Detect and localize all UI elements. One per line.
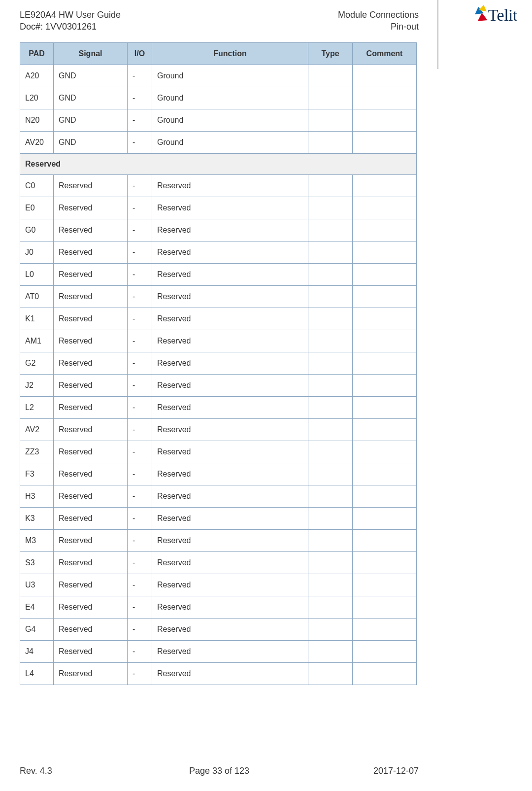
pinout-table-container: PAD Signal I/O Function Type Comment A20…	[20, 42, 416, 685]
cell-type	[308, 264, 353, 286]
cell-pad: C0	[20, 175, 54, 197]
cell-type	[308, 219, 353, 241]
cell-io: -	[128, 109, 152, 132]
table-row: G4Reserved-Reserved	[20, 619, 417, 641]
cell-signal: Reserved	[54, 375, 128, 397]
cell-function: Reserved	[152, 663, 308, 685]
cell-pad: L2	[20, 397, 54, 419]
cell-comment	[353, 197, 417, 219]
table-row: AV2Reserved-Reserved	[20, 419, 417, 441]
cell-signal: Reserved	[54, 219, 128, 241]
cell-pad: M3	[20, 530, 54, 552]
cell-io: -	[128, 530, 152, 552]
logo-text: Telit	[488, 6, 517, 25]
cell-signal: Reserved	[54, 197, 128, 219]
cell-comment	[353, 485, 417, 508]
cell-signal: Reserved	[54, 441, 128, 463]
cell-comment	[353, 132, 417, 154]
cell-type	[308, 375, 353, 397]
cell-signal: Reserved	[54, 596, 128, 619]
cell-io: -	[128, 463, 152, 485]
table-row: J2Reserved-Reserved	[20, 375, 417, 397]
cell-io: -	[128, 397, 152, 419]
cell-pad: F3	[20, 463, 54, 485]
cell-function: Reserved	[152, 441, 308, 463]
cell-type	[308, 308, 353, 330]
table-row: C0Reserved-Reserved	[20, 175, 417, 197]
cell-pad: AV2	[20, 419, 54, 441]
cell-function: Reserved	[152, 241, 308, 264]
col-pad: PAD	[20, 43, 54, 65]
cell-pad: K3	[20, 508, 54, 530]
cell-type	[308, 109, 353, 132]
cell-signal: Reserved	[54, 485, 128, 508]
cell-pad: J4	[20, 641, 54, 663]
cell-signal: Reserved	[54, 175, 128, 197]
cell-pad: L20	[20, 87, 54, 109]
cell-comment	[353, 419, 417, 441]
table-row: K1Reserved-Reserved	[20, 308, 417, 330]
cell-function: Reserved	[152, 485, 308, 508]
logo-mark-icon	[474, 5, 489, 25]
cell-function: Ground	[152, 65, 308, 87]
cell-comment	[353, 264, 417, 286]
cell-function: Ground	[152, 87, 308, 109]
cell-type	[308, 241, 353, 264]
cell-io: -	[128, 619, 152, 641]
footer-page: Page 33 of 123	[94, 766, 345, 776]
table-body: A20GND-GroundL20GND-GroundN20GND-GroundA…	[20, 65, 417, 685]
cell-type	[308, 175, 353, 197]
table-row: L20GND-Ground	[20, 87, 417, 109]
cell-pad: A20	[20, 65, 54, 87]
doc-number: Doc#: 1VV0301261	[20, 21, 121, 33]
pinout-table: PAD Signal I/O Function Type Comment A20…	[20, 42, 417, 685]
cell-pad: AT0	[20, 286, 54, 308]
cell-pad: G0	[20, 219, 54, 241]
cell-type	[308, 641, 353, 663]
cell-pad: N20	[20, 109, 54, 132]
cell-function: Reserved	[152, 463, 308, 485]
cell-pad: ZZ3	[20, 441, 54, 463]
cell-io: -	[128, 264, 152, 286]
cell-function: Reserved	[152, 619, 308, 641]
table-row: H3Reserved-Reserved	[20, 485, 417, 508]
cell-io: -	[128, 197, 152, 219]
table-row: J4Reserved-Reserved	[20, 641, 417, 663]
cell-type	[308, 87, 353, 109]
cell-pad: E4	[20, 596, 54, 619]
cell-io: -	[128, 132, 152, 154]
page-header: LE920A4 HW User Guide Doc#: 1VV0301261 M…	[20, 9, 419, 33]
cell-type	[308, 286, 353, 308]
cell-io: -	[128, 375, 152, 397]
cell-pad: J0	[20, 241, 54, 264]
cell-type	[308, 397, 353, 419]
cell-pad: E0	[20, 197, 54, 219]
cell-function: Reserved	[152, 264, 308, 286]
table-row: L4Reserved-Reserved	[20, 663, 417, 685]
cell-type	[308, 508, 353, 530]
cell-comment	[353, 65, 417, 87]
cell-function: Reserved	[152, 596, 308, 619]
cell-type	[308, 441, 353, 463]
cell-type	[308, 330, 353, 352]
cell-type	[308, 619, 353, 641]
cell-io: -	[128, 663, 152, 685]
cell-type	[308, 596, 353, 619]
cell-type	[308, 663, 353, 685]
table-row: F3Reserved-Reserved	[20, 463, 417, 485]
table-row: S3Reserved-Reserved	[20, 552, 417, 574]
cell-signal: GND	[54, 109, 128, 132]
table-row: E4Reserved-Reserved	[20, 596, 417, 619]
cell-pad: L4	[20, 663, 54, 685]
cell-pad: J2	[20, 375, 54, 397]
table-row: AM1Reserved-Reserved	[20, 330, 417, 352]
cell-signal: GND	[54, 65, 128, 87]
subsection-title: Pin-out	[338, 21, 419, 33]
cell-type	[308, 530, 353, 552]
cell-function: Reserved	[152, 330, 308, 352]
section-label: Reserved	[20, 154, 417, 175]
cell-function: Reserved	[152, 574, 308, 596]
cell-function: Reserved	[152, 308, 308, 330]
cell-comment	[353, 596, 417, 619]
cell-signal: Reserved	[54, 264, 128, 286]
